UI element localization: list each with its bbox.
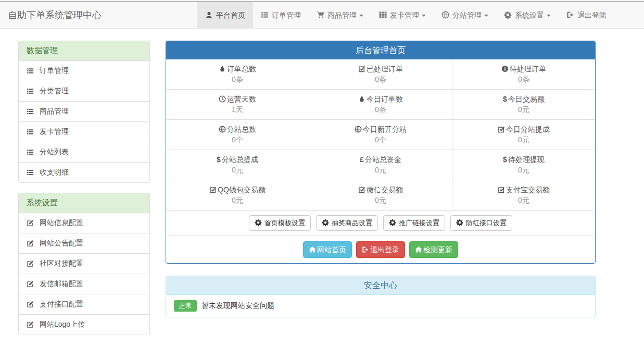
stat-value: 0元 (309, 195, 452, 205)
nav-item-label: 退出登陆 (577, 11, 607, 19)
sidebar-item-label: 网站信息配置 (40, 218, 83, 228)
stat-value: 0元 (452, 165, 595, 175)
sidebar-item-sender-email-config[interactable]: 发信邮箱配置 (19, 274, 149, 294)
stats-row: QQ钱包交易额0元微信交易额0元支付宝交易额0元 (166, 180, 595, 210)
sidebar-item-site-announcement-config[interactable]: 网站公告配置 (19, 233, 149, 253)
sidebar-item-label: 分站列表 (40, 147, 69, 157)
edit-icon (27, 239, 34, 248)
stat-cell-substation-total-funds: £分站总资金0元 (309, 150, 452, 180)
actions-button-row: 网站首页退出登录检测更新 (166, 236, 595, 263)
button-logout[interactable]: 退出登录 (356, 241, 405, 258)
stat-label-text: 今日订单数 (367, 95, 403, 103)
gbp-icon: £ (360, 154, 364, 165)
nav-item-label: 订单管理 (272, 11, 301, 19)
stat-label: 分站总数 (166, 124, 309, 134)
stat-label: £分站总资金 (309, 154, 452, 165)
sidebar-item-label: 支付接口配置 (40, 300, 83, 309)
stats-row: 订单总数0条已处理订单0条待处理订单0条 (166, 59, 595, 89)
button-label: 网站首页 (317, 245, 346, 254)
list-icon (261, 2, 269, 28)
dashboard-panel: 后台管理首页 订单总数0条已处理订单0条待处理订单0条运营天数1天今日订单数0条… (166, 41, 596, 264)
sidebar-item-label: 分类管理 (40, 87, 69, 96)
stat-value: 0条 (452, 74, 595, 84)
stat-cell-operating-days: 运营天数1天 (166, 90, 309, 119)
button-label: 推广链接设置 (399, 219, 439, 227)
sidebar-item-substation-list[interactable]: 分站列表 (19, 142, 149, 162)
stat-label: 订单总数 (166, 64, 309, 74)
sidebar-item-product-management[interactable]: 商品管理 (19, 101, 149, 121)
button-label: 退出登录 (370, 245, 399, 254)
security-message: 暂未发现网站安全问题 (201, 301, 274, 311)
nav-item-platform-home[interactable]: 平台首页 (197, 2, 253, 28)
stat-label: 支付宝交易额 (452, 184, 595, 195)
page-content: 数据管理订单管理分类管理商品管理发卡管理分站列表收支明细系统设置网站信息配置网站… (18, 41, 626, 345)
stat-label-text: 今日交易额 (508, 95, 545, 103)
tint-icon (219, 64, 226, 74)
button-label: 检测更新 (423, 245, 452, 254)
stat-cell-processed-orders: 已处理订单0条 (309, 59, 452, 89)
stat-label: $分站总提成 (166, 154, 309, 165)
stat-label: 今日新开分站 (309, 124, 452, 134)
sidebar-item-payment-api-config[interactable]: 支付接口配置 (19, 294, 149, 314)
button-site-home[interactable]: 网站首页 (303, 241, 352, 258)
stat-label-text: 已处理订单 (367, 65, 403, 73)
sidebar-section-system-settings: 系统设置网站信息配置网站公告配置社区对接配置发信邮箱配置支付接口配置网站Logo… (18, 193, 150, 335)
stat-label-text: QQ钱包交易额 (218, 186, 266, 194)
dashboard-panel-title: 后台管理首页 (166, 41, 595, 59)
nav-item-label: 平台首页 (216, 11, 245, 19)
button-label: 首页模板设置 (264, 219, 305, 227)
stat-label: 今日分站提成 (452, 124, 595, 134)
button-antired-api-settings[interactable]: 防红接口设置 (450, 215, 512, 231)
caret-down-icon (484, 15, 488, 17)
home-icon (415, 245, 422, 254)
sidebar-item-order-management[interactable]: 订单管理 (19, 60, 149, 81)
nav-item-card-management[interactable]: 发卡管理 (371, 2, 434, 28)
stat-value: 0条 (166, 74, 309, 84)
check-square-icon (498, 184, 505, 195)
stats-row: 分站总数0个今日新开分站0个今日分站提成0元 (166, 119, 595, 150)
button-label: 防红接口设置 (466, 219, 507, 227)
nav-item-product-management[interactable]: 商品管理 (309, 2, 371, 28)
stat-cell-today-substation-commission: 今日分站提成0元 (452, 120, 595, 150)
stat-label-text: 微信交易额 (367, 186, 403, 194)
caret-down-icon (359, 15, 363, 17)
button-lottery-product-settings[interactable]: 抽奖商品设置 (316, 215, 378, 231)
security-panel-body: 正常 暂未发现网站安全问题 (166, 295, 595, 317)
main-nav: 平台首页订单管理商品管理发卡管理分站管理系统设置退出登陆 (197, 2, 614, 28)
gear-icon (322, 218, 329, 228)
nav-item-system-settings[interactable]: 系统设置 (496, 2, 559, 28)
main-content: 后台管理首页 订单总数0条已处理订单0条待处理订单0条运营天数1天今日订单数0条… (166, 41, 596, 317)
stat-label-text: 分站总资金 (365, 155, 401, 164)
sidebar-item-label: 网站Logo上传 (40, 320, 85, 329)
list-icon (27, 168, 34, 177)
sidebar-item-community-connect-config[interactable]: 社区对接配置 (19, 253, 149, 274)
list-icon (27, 128, 34, 136)
stat-label: 运营天数 (166, 94, 309, 104)
info-circle-icon (501, 64, 509, 74)
sidebar-item-label: 发卡管理 (40, 127, 69, 137)
nav-item-logout[interactable]: 退出登陆 (559, 2, 614, 28)
check-square-icon (209, 184, 217, 195)
sidebar-item-income-expense-details[interactable]: 收支明细 (19, 162, 149, 182)
button-homepage-template-settings[interactable]: 首页模板设置 (249, 215, 311, 231)
cart-icon (317, 2, 324, 28)
security-panel: 安全中心 正常 暂未发现网站安全问题 (166, 276, 596, 317)
gear-icon (504, 2, 512, 28)
status-badge: 正常 (174, 300, 197, 312)
button-promotion-link-settings[interactable]: 推广链接设置 (383, 215, 445, 231)
nav-item-substation-management[interactable]: 分站管理 (434, 2, 496, 28)
sidebar-item-card-management[interactable]: 发卡管理 (19, 121, 149, 142)
sidebar-section-title: 数据管理 (19, 41, 149, 60)
stat-label: 待处理订单 (452, 64, 595, 74)
globe-icon (441, 2, 449, 28)
sidebar-item-site-info-config[interactable]: 网站信息配置 (19, 213, 149, 233)
stats-row: $分站总提成0元£分站总资金0元$待处理提现0元 (166, 150, 595, 180)
button-check-update[interactable]: 检测更新 (409, 241, 458, 258)
nav-item-order-management[interactable]: 订单管理 (253, 2, 309, 28)
top-navbar: 自助下单系统管理中心 平台首页订单管理商品管理发卡管理分站管理系统设置退出登陆 (0, 0, 644, 29)
sign-out-icon (362, 245, 369, 254)
sidebar-item-site-logo-upload[interactable]: 网站Logo上传 (19, 314, 149, 335)
gear-icon (389, 218, 396, 228)
sidebar-item-category-management[interactable]: 分类管理 (19, 81, 149, 101)
stats-row: 运营天数1天今日订单数0条$今日交易额0元 (166, 89, 595, 119)
